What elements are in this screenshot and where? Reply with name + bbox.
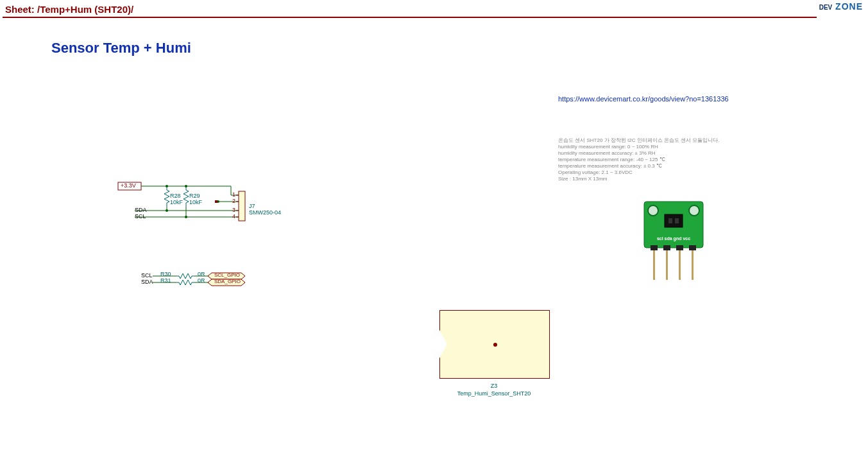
module-image: scl sda gnd vcc (642, 199, 706, 285)
svg-rect-39 (676, 245, 683, 250)
pin3: 3 (232, 207, 235, 213)
sda-label2: SDA (141, 279, 153, 285)
svg-rect-35 (679, 248, 681, 280)
logo-zone: ZONE (835, 1, 863, 12)
svg-rect-34 (666, 248, 668, 280)
desc-line: humidity measurement accuracy: ± 3% RH (558, 150, 720, 157)
scl-label: SCL (135, 213, 146, 220)
svg-rect-14 (215, 200, 217, 203)
sheet-path: Sheet: /Temp+Hum (SHT20)/ (5, 4, 133, 15)
sensor-description: 온습도 센서 SHT20 가 장착된 I2C 인터페이스 온습도 센서 모듈입니… (558, 137, 720, 182)
sda-label: SDA (135, 207, 147, 213)
r31-ref: R31 (160, 277, 171, 284)
desc-line: temperature measurement range: -40 ~ 125… (558, 157, 720, 163)
module-svg: scl sda gnd vcc (642, 199, 706, 282)
pin1: 1 (232, 191, 235, 198)
desc-line: Operating voltage: 2.1 ~ 3.6VDC (558, 169, 720, 176)
schematic-area: +3.3V R28 10kF R29 10kF SDA SCL 1 2 3 4 … (115, 180, 282, 295)
j7-val: SMW250-04 (249, 209, 281, 216)
power-label: +3.3V (121, 182, 136, 189)
origin-dot-icon (493, 343, 497, 347)
r30-val: 0R (198, 271, 205, 277)
desc-line: 온습도 센서 SHT20 가 장착된 I2C 인터페이스 온습도 센서 모듈입니… (558, 137, 720, 144)
product-link[interactable]: https://www.devicemart.co.kr/goods/view?… (558, 95, 729, 103)
svg-point-28 (689, 205, 699, 216)
desc-line: Size : 13mm X 13mm (558, 176, 720, 182)
component-symbol (439, 310, 550, 379)
j7-ref: J7 (249, 203, 255, 209)
sclgpio-tag: SCL_GPIO (214, 272, 240, 278)
r30-ref: R30 (160, 271, 171, 277)
svg-point-3 (185, 185, 187, 187)
desc-line: humidity measurement range: 0 ~ 100% RH (558, 144, 720, 150)
svg-rect-17 (239, 191, 245, 221)
r28-val: 10kF (170, 199, 183, 205)
r29-val: 10kF (189, 199, 202, 205)
svg-point-27 (648, 205, 658, 216)
pin2: 2 (232, 198, 235, 204)
svg-rect-30 (668, 218, 672, 223)
svg-rect-40 (689, 245, 696, 250)
svg-rect-36 (692, 248, 694, 280)
logo: DEV ZONE (819, 1, 863, 12)
svg-rect-31 (675, 218, 679, 223)
svg-point-2 (166, 185, 168, 187)
pin4: 4 (232, 213, 235, 220)
svg-rect-33 (653, 248, 655, 280)
sdagpio-tag: SDA_GPIO (214, 279, 241, 284)
r29-ref: R29 (189, 193, 200, 199)
component-value: Temp_Humi_Sensor_SHT20 (439, 390, 549, 398)
r31-val: 0R (198, 277, 205, 284)
svg-rect-38 (663, 245, 670, 250)
logo-dev: DEV (819, 4, 833, 11)
component-caption: Z3 Temp_Humi_Sensor_SHT20 (439, 383, 549, 397)
r28-ref: R28 (170, 193, 181, 199)
component-ref: Z3 (439, 383, 549, 390)
header-rule (3, 17, 817, 18)
svg-rect-37 (651, 245, 658, 250)
desc-line: temperature measurement accuracy: ± 0.3 … (558, 163, 720, 169)
svg-rect-29 (665, 214, 683, 227)
svg-text:scl sda gnd vcc: scl sda gnd vcc (657, 236, 690, 241)
scl-label2: SCL (141, 272, 153, 279)
page-title: Sensor Temp + Humi (51, 40, 191, 56)
